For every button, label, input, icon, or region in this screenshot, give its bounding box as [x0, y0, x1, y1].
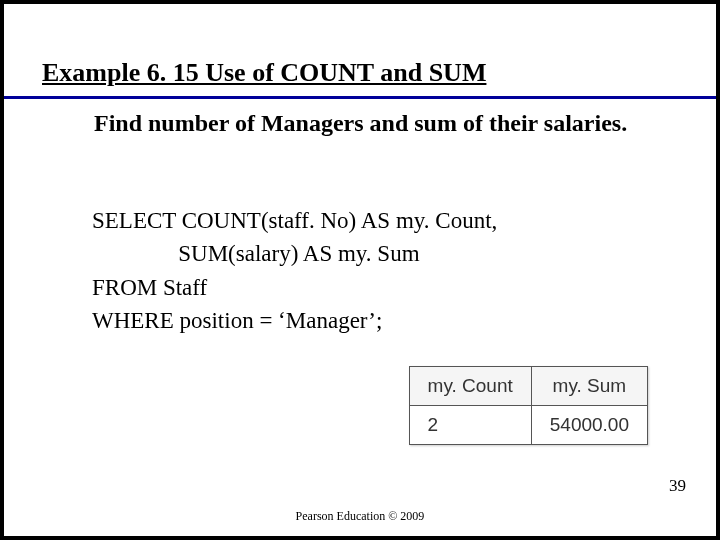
sql-block: SELECT COUNT(staff. No) AS my. Count, SU…	[92, 204, 497, 337]
copyright: Pearson Education © 2009	[4, 509, 716, 524]
col-header-count: my. Count	[409, 367, 531, 406]
sql-line-2: SUM(salary) AS my. Sum	[92, 241, 420, 266]
slide: Example 6. 15 Use of COUNT and SUM Find …	[4, 4, 716, 536]
page-number: 39	[669, 476, 686, 496]
sql-line-3: FROM Staff	[92, 275, 207, 300]
cell-sum: 54000.00	[531, 406, 647, 445]
col-header-sum: my. Sum	[531, 367, 647, 406]
table-header-row: my. Count my. Sum	[409, 367, 647, 406]
sql-line-1: SELECT COUNT(staff. No) AS my. Count,	[92, 208, 497, 233]
problem-text: Find number of Managers and sum of their…	[94, 110, 627, 136]
slide-title: Example 6. 15 Use of COUNT and SUM	[42, 58, 486, 88]
table-row: 2 54000.00	[409, 406, 647, 445]
sql-line-4: WHERE position = ‘Manager’;	[92, 308, 382, 333]
problem-statement: Find number of Managers and sum of their…	[72, 108, 636, 138]
result-table: my. Count my. Sum 2 54000.00	[409, 366, 648, 445]
cell-count: 2	[409, 406, 531, 445]
title-rule	[4, 96, 716, 99]
